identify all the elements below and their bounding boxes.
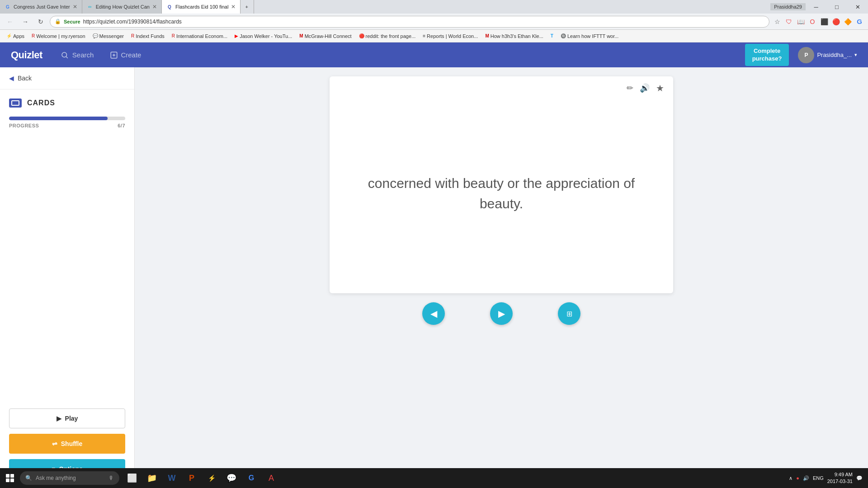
toolbar-icons: ☆ 🛡 📖 O ⬛ 🔴 🔶 G — [772, 17, 864, 27]
progress-labels: PROGRESS 6/7 — [9, 123, 125, 128]
tab-2[interactable]: ✏ Editing How Quizlet Can ✕ — [82, 0, 162, 14]
shuffle-button[interactable]: ⇌ Shuffle — [9, 434, 125, 454]
task-view-button[interactable]: ⬜ — [123, 468, 141, 488]
extensions-icon[interactable]: 🛡 — [784, 17, 794, 27]
tray-notifications[interactable]: ● — [796, 475, 799, 481]
next-icon: ▶ — [498, 308, 505, 319]
word-icon[interactable]: W — [163, 468, 181, 488]
bookmark-reddit[interactable]: 🔴 reddit: the front page... — [356, 33, 419, 40]
tabs-area: G Congress Just Gave Inter ✕ ✏ Editing H… — [0, 0, 770, 14]
progress-bar-background — [9, 117, 125, 120]
star-icon[interactable]: ★ — [656, 83, 664, 94]
bookmark-mcgraw[interactable]: M McGraw-Hill Connect — [297, 33, 354, 40]
taskbar-search[interactable]: 🔍 Ask me anything 🎙 — [20, 471, 119, 485]
tray-lang[interactable]: ENG — [813, 475, 824, 481]
bookmark-mcgraw-label: McGraw-Hill Connect — [305, 33, 352, 39]
user-dropdown-arrow: ▾ — [854, 52, 857, 58]
t-favicon: T — [551, 33, 553, 38]
nav-buttons: ◀ ▶ ⊞ — [422, 302, 580, 329]
header-create-btn[interactable]: Create — [110, 51, 141, 59]
close-button[interactable]: ✕ — [847, 0, 868, 14]
acrobat-icon[interactable]: A — [262, 468, 280, 488]
messenger-favicon: 💬 — [93, 33, 98, 38]
cards-text: CARDS — [27, 99, 55, 107]
reports-favicon: ≡ — [423, 33, 425, 38]
user-name: Prasiddha_... — [817, 52, 852, 58]
bookmark-intl-econ[interactable]: R International Econom... — [169, 33, 230, 40]
bookmark-t[interactable]: T — [548, 33, 556, 39]
sound-icon[interactable]: 🔊 — [640, 83, 650, 93]
bookmark-h3h3-label: How h3h3's Ethan Kle... — [491, 33, 543, 39]
bookmark-youtube[interactable]: ▶ Jason Welker - YouTu... — [232, 33, 295, 40]
ext3-icon[interactable]: O — [807, 17, 817, 27]
tray-volume[interactable]: 🔊 — [803, 475, 809, 481]
next-card-button[interactable]: ▶ — [490, 302, 513, 325]
address-box[interactable]: 🔒 Secure https://quizlet.com/199390814/f… — [50, 16, 769, 28]
sidebar-cards-section: CARDS PROGRESS 6/7 — [0, 89, 134, 146]
back-button[interactable]: ← — [4, 15, 16, 28]
bookmark-index[interactable]: R Indext Funds — [128, 33, 167, 40]
tab2-close[interactable]: ✕ — [152, 4, 157, 10]
notification-center[interactable]: 💬 — [856, 475, 863, 481]
bookmark-messenger[interactable]: 💬 Messenger — [90, 33, 127, 40]
ext5-icon[interactable]: 🔴 — [831, 17, 841, 27]
grid-view-button[interactable]: ⊞ — [558, 302, 580, 325]
back-button[interactable]: ◀ Back — [0, 67, 134, 89]
search-icon — [61, 51, 69, 59]
file-explorer-icon[interactable]: 📁 — [143, 468, 161, 488]
tab3-close[interactable]: ✕ — [231, 4, 236, 10]
flashcard-toolbar: ✏ 🔊 ★ — [330, 76, 673, 94]
taskbar-search-placeholder: Ask me anything — [36, 475, 76, 481]
bookmark-messenger-label: Messenger — [99, 33, 124, 39]
flashcard-area: ✏ 🔊 ★ concerned with beauty or the appre… — [135, 67, 868, 488]
tab1-close[interactable]: ✕ — [73, 4, 77, 10]
bookmark-ryerson[interactable]: R Welcome | my.ryerson — [29, 33, 88, 40]
taskbar-items: ⬜ 📁 W P ⚡ 💬 G A — [123, 468, 280, 488]
edit-icon[interactable]: ✏ — [627, 83, 633, 93]
header-search-btn[interactable]: Search — [61, 51, 94, 59]
play-button[interactable]: ▶ Play — [9, 408, 125, 428]
whatsapp-icon[interactable]: 💬 — [222, 468, 241, 488]
chrome-task-icon[interactable]: G — [242, 468, 260, 488]
sidebar: ◀ Back CARDS PROGRESS 6/7 — [0, 67, 135, 488]
ext2-icon[interactable]: 📖 — [796, 17, 806, 27]
bookmark-youtube-label: Jason Welker - YouTu... — [240, 33, 292, 39]
minimize-button[interactable]: ─ — [806, 0, 826, 14]
play-label: Play — [65, 415, 78, 422]
forward-button[interactable]: → — [19, 15, 32, 28]
user-badge: Prasiddha29 — [770, 3, 806, 10]
tab-3[interactable]: Q Flashcards Eid 100 final ✕ — [162, 0, 241, 14]
ext4-icon[interactable]: ⬛ — [819, 17, 829, 27]
tab1-favicon: G — [5, 4, 11, 10]
reddit-favicon: 🔴 — [359, 33, 364, 38]
tray-network[interactable]: ∧ — [789, 475, 793, 481]
start-button[interactable] — [0, 468, 20, 488]
grid-icon: ⊞ — [566, 310, 572, 318]
cards-icon — [9, 99, 22, 108]
bookmark-h3h3[interactable]: M How h3h3's Ethan Kle... — [482, 33, 546, 40]
intl-econ-favicon: R — [172, 33, 175, 38]
bookmark-ryerson-label: Welcome | my.ryerson — [36, 33, 85, 39]
ryerson-favicon: R — [32, 33, 35, 38]
bookmark-apps[interactable]: ⚡ Apps — [4, 33, 27, 40]
ext6-icon[interactable]: 🔶 — [843, 17, 853, 27]
bookmark-ifttt[interactable]: 🔘 Learn how IFTTT wor... — [558, 33, 622, 40]
quizlet-header: Quizlet Search Create Complete purchase?… — [0, 42, 868, 67]
user-menu[interactable]: P Prasiddha_... ▾ — [798, 47, 857, 63]
prev-card-button[interactable]: ◀ — [422, 302, 445, 325]
flashcard-text: concerned with beauty or the appreciatio… — [348, 173, 655, 214]
titlebar: G Congress Just Gave Inter ✕ ✏ Editing H… — [0, 0, 868, 14]
app5-icon[interactable]: ⚡ — [203, 468, 221, 488]
complete-purchase-button[interactable]: Complete purchase? — [745, 44, 789, 66]
powerpoint-icon[interactable]: P — [183, 468, 201, 488]
reload-button[interactable]: ↻ — [34, 15, 47, 28]
flashcard-container[interactable]: ✏ 🔊 ★ concerned with beauty or the appre… — [330, 76, 673, 293]
tab-1[interactable]: G Congress Just Gave Inter ✕ — [0, 0, 82, 14]
taskbar-mic-icon[interactable]: 🎙 — [108, 475, 114, 481]
bookmark-reports[interactable]: ≡ Reports | World Econ... — [420, 33, 481, 40]
search-label: Search — [72, 51, 94, 59]
bookmark-star-icon[interactable]: ☆ — [772, 17, 782, 27]
maximize-button[interactable]: □ — [826, 0, 847, 14]
chrome-menu[interactable]: G — [854, 17, 864, 27]
tab-new[interactable]: + — [241, 0, 254, 14]
